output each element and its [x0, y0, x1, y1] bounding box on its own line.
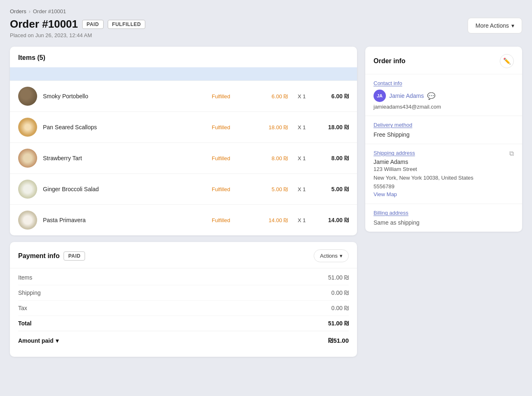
- amount-paid-row: Amount paid ▾ ₪51.00: [18, 331, 349, 349]
- items-card-header: Items (5): [10, 47, 357, 67]
- payment-row: Total 51.00 ₪: [18, 316, 349, 331]
- item-row: Pasta Primavera Fulfilled 14.00 ₪ X 1 14…: [10, 204, 357, 235]
- fulfilled-badge: FULFILLED: [108, 20, 146, 29]
- payment-title-row: Payment info PAID: [18, 251, 85, 261]
- avatar: JA: [374, 90, 386, 102]
- item-thumbnail: [18, 149, 37, 168]
- contact-info-section: Contact info JA Jamie Adams 💬 jamieadams…: [365, 74, 522, 116]
- shipping-address-row: Shipping address ⧉: [374, 150, 514, 159]
- payment-row-value: 0.00 ₪: [331, 305, 349, 311]
- item-status: Fulfilled: [212, 217, 249, 223]
- item-price: 8.00 ₪: [255, 155, 288, 161]
- payment-row-value: 51.00 ₪: [328, 320, 349, 327]
- breadcrumb-orders-link[interactable]: Orders: [10, 8, 26, 14]
- chevron-down-icon: ▾: [56, 337, 59, 344]
- placed-on-text: Placed on Jun 26, 2023, 12:44 AM: [10, 32, 145, 38]
- order-info-title: Order info: [374, 57, 405, 65]
- payment-row: Shipping 0.00 ₪: [18, 285, 349, 301]
- item-name: Pan Seared Scallops: [43, 124, 206, 130]
- item-price: 18.00 ₪: [255, 124, 288, 130]
- chevron-down-icon: ▾: [511, 22, 514, 29]
- item-qty: X 1: [293, 93, 310, 100]
- item-row: Smoky Portobello Fulfilled 6.00 ₪ X 1 6.…: [10, 81, 357, 111]
- item-price: 14.00 ₪: [255, 217, 288, 223]
- page-header-left: Order #10001 PAID FULFILLED Placed on Ju…: [10, 18, 145, 38]
- item-total: 5.00 ₪: [316, 186, 349, 192]
- item-price: 6.00 ₪: [255, 93, 288, 100]
- item-qty: X 1: [293, 155, 310, 161]
- order-title-row: Order #10001 PAID FULFILLED: [10, 18, 145, 31]
- payment-status-badge: PAID: [64, 251, 85, 261]
- item-qty: X 1: [293, 124, 310, 130]
- shipping-address-label[interactable]: Shipping address: [374, 150, 415, 156]
- payment-row-label: Tax: [18, 305, 27, 311]
- item-name: Strawberry Tart: [43, 155, 206, 161]
- items-card: Items (5) Smoky Portobello Fulfilled 6.0…: [10, 47, 357, 235]
- payment-row-value: 51.00 ₪: [328, 274, 349, 281]
- actions-button[interactable]: Actions ▾: [314, 249, 349, 262]
- billing-address-section: Billing address Same as shipping: [365, 204, 522, 232]
- item-row: Strawberry Tart Fulfilled 8.00 ₪ X 1 8.0…: [10, 142, 357, 173]
- shipping-address-city: New York, New York 10038, United States: [374, 174, 514, 183]
- items-list: Smoky Portobello Fulfilled 6.00 ₪ X 1 6.…: [10, 81, 357, 235]
- shipping-address-phone: 5556789: [374, 183, 514, 190]
- item-total: 18.00 ₪: [316, 124, 349, 130]
- main-layout: Items (5) Smoky Portobello Fulfilled 6.0…: [10, 47, 522, 357]
- item-thumbnail: [18, 211, 37, 230]
- paid-badge: PAID: [82, 20, 104, 29]
- payment-row: Tax 0.00 ₪: [18, 301, 349, 316]
- item-thumbnail: [18, 118, 37, 137]
- copy-address-icon[interactable]: ⧉: [509, 150, 514, 157]
- contact-info-label[interactable]: Contact info: [374, 80, 514, 86]
- item-status: Fulfilled: [212, 124, 249, 130]
- item-price: 5.00 ₪: [255, 186, 288, 192]
- item-total: 14.00 ₪: [316, 217, 349, 223]
- shipping-address-section: Shipping address ⧉ Jamie Adams 123 Willi…: [365, 144, 522, 204]
- payment-title: Payment info: [18, 252, 59, 260]
- breadcrumb-separator: ›: [29, 9, 31, 14]
- item-thumbnail: [18, 87, 37, 106]
- delivery-method-section: Delivery method Free Shipping: [365, 116, 522, 144]
- items-table-header: [10, 67, 357, 81]
- amount-paid-label[interactable]: Amount paid ▾: [18, 337, 59, 344]
- pencil-icon: ✏️: [503, 57, 511, 65]
- item-row: Pan Seared Scallops Fulfilled 18.00 ₪ X …: [10, 111, 357, 142]
- order-info-header: Order info ✏️: [365, 47, 522, 74]
- item-status: Fulfilled: [212, 186, 249, 192]
- view-map-link[interactable]: View Map: [374, 191, 397, 197]
- payment-row-label: Shipping: [18, 289, 41, 296]
- more-actions-button[interactable]: More Actions ▾: [468, 18, 522, 33]
- right-column: Order info ✏️ Contact info JA Jamie Adam…: [365, 47, 522, 232]
- chevron-down-icon: ▾: [340, 253, 343, 259]
- item-name: Smoky Portobello: [43, 93, 206, 100]
- item-name: Ginger Broccoli Salad: [43, 186, 206, 192]
- edit-order-info-button[interactable]: ✏️: [500, 54, 514, 68]
- message-icon: 💬: [427, 92, 435, 100]
- item-total: 8.00 ₪: [316, 155, 349, 161]
- item-name: Pasta Primavera: [43, 217, 206, 223]
- shipping-address-name: Jamie Adams: [374, 159, 514, 165]
- payment-card-header: Payment info PAID Actions ▾: [10, 242, 357, 268]
- page-header: Order #10001 PAID FULFILLED Placed on Ju…: [10, 18, 522, 38]
- contact-email: jamieadams434@zmail.com: [374, 104, 514, 110]
- billing-address-value: Same as shipping: [374, 219, 514, 226]
- shipping-address-street: 123 William Street: [374, 165, 514, 174]
- order-info-card: Order info ✏️ Contact info JA Jamie Adam…: [365, 47, 522, 232]
- item-thumbnail: [18, 180, 37, 199]
- payment-rows: Items 51.00 ₪ Shipping 0.00 ₪ Tax 0.00 ₪…: [10, 268, 357, 357]
- item-total: 6.00 ₪: [316, 93, 349, 100]
- payment-row-label: Items: [18, 274, 32, 281]
- item-qty: X 1: [293, 186, 310, 192]
- breadcrumb-current: Order #10001: [33, 8, 66, 14]
- page-title: Order #10001: [10, 18, 78, 31]
- billing-address-label[interactable]: Billing address: [374, 210, 514, 216]
- item-status: Fulfilled: [212, 93, 249, 100]
- item-qty: X 1: [293, 217, 310, 223]
- item-row: Ginger Broccoli Salad Fulfilled 5.00 ₪ X…: [10, 173, 357, 204]
- left-column: Items (5) Smoky Portobello Fulfilled 6.0…: [10, 47, 357, 357]
- amount-paid-value: ₪51.00: [328, 337, 349, 344]
- breadcrumb: Orders › Order #10001: [10, 8, 522, 14]
- contact-name[interactable]: Jamie Adams: [389, 92, 424, 99]
- contact-row: JA Jamie Adams 💬: [374, 90, 514, 102]
- delivery-method-label[interactable]: Delivery method: [374, 122, 514, 128]
